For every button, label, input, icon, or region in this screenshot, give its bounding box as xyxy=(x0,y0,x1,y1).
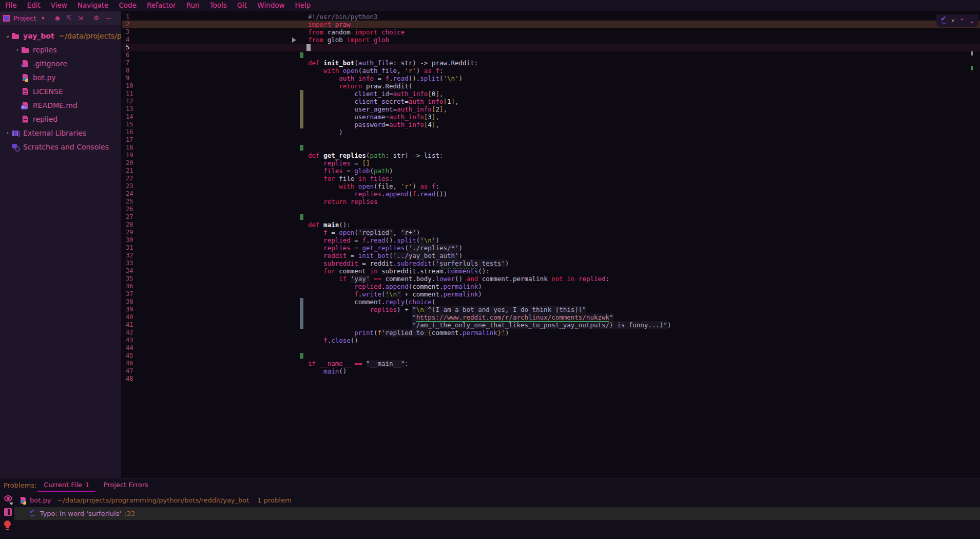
code-line[interactable]: 4from glob import glob xyxy=(122,36,980,44)
vcs-change-marker[interactable] xyxy=(300,105,303,113)
code-line[interactable]: 37 f.write('\n' + comment.permalink) xyxy=(122,290,980,298)
code-line[interactable]: 17 xyxy=(122,136,980,144)
code-line[interactable]: 23 with open(file, 'r') as f: xyxy=(122,182,980,190)
typo-check-icon[interactable]: ✔〰 xyxy=(940,16,947,26)
prev-problem-icon[interactable]: ⌃ xyxy=(959,17,965,25)
tree-item-replies[interactable]: ›replies xyxy=(0,43,121,57)
menu-git[interactable]: Git xyxy=(232,0,253,11)
menu-tools[interactable]: Tools xyxy=(205,0,232,11)
menu-run[interactable]: Run xyxy=(181,0,205,11)
code-line[interactable]: 48 xyxy=(122,375,980,383)
next-problem-icon[interactable]: ⌄ xyxy=(969,17,974,25)
scrollbar-mark[interactable] xyxy=(971,51,973,55)
code-line[interactable]: 13 user_agent=auth_info[2], xyxy=(122,105,980,113)
gutter-arrow-icon[interactable] xyxy=(292,38,296,43)
code-line[interactable]: 36 replied.append(comment.permalink) xyxy=(122,283,980,290)
code-line[interactable]: 45 xyxy=(122,352,980,360)
code-line[interactable]: 29 f = open('replied', 'r+') xyxy=(122,229,980,236)
vcs-change-marker[interactable] xyxy=(300,52,303,58)
code-line[interactable]: 38 comment.reply(choice( xyxy=(122,298,980,306)
code-line[interactable]: 32 reddit = init_bot('../yay_bot_auth') xyxy=(122,252,980,259)
vcs-change-marker[interactable] xyxy=(300,321,303,329)
chevron-down-icon[interactable]: ⌄ xyxy=(4,32,11,39)
problems-file-row[interactable]: bot.py ~/data/projects/programming/pytho… xyxy=(0,494,980,507)
expand-all-icon[interactable]: ⇱ xyxy=(66,14,71,22)
chevron-right-icon[interactable]: › xyxy=(14,46,21,53)
code-line[interactable]: 44 xyxy=(122,344,980,352)
locate-icon[interactable]: ◉ xyxy=(55,14,60,22)
tree-item--gitignore[interactable]: .gitignore xyxy=(0,57,121,70)
menu-window[interactable]: Window xyxy=(252,0,290,11)
tab-project-errors[interactable]: Project Errors xyxy=(97,478,156,492)
tree-item-scratches-and-consoles[interactable]: Scratches and Consoles xyxy=(0,140,121,154)
code-line[interactable]: 19def get_replies(path: str) -> list: xyxy=(122,152,980,159)
vcs-change-marker[interactable] xyxy=(300,298,303,306)
code-editor[interactable]: 1#!/usr/bin/python32import praw3from ran… xyxy=(122,11,980,478)
code-line[interactable]: 10 return praw.Reddit( xyxy=(122,82,980,90)
vcs-change-marker[interactable] xyxy=(300,313,303,321)
code-line[interactable]: 34 for comment in subreddit.stream.comme… xyxy=(122,267,980,275)
code-line[interactable]: 42 print(f'replied to {comment.permalink… xyxy=(122,329,980,337)
code-line[interactable]: 8 with open(auth_file, 'r') as f: xyxy=(122,67,980,75)
tree-item-readme-md[interactable]: README.md xyxy=(0,98,121,112)
code-line[interactable]: 16 ) xyxy=(122,128,980,136)
project-tool-window-icon[interactable] xyxy=(3,15,10,22)
code-line[interactable]: 30 replied = f.read().split('\n') xyxy=(122,236,980,244)
menu-view[interactable]: View xyxy=(46,0,72,11)
code-line[interactable]: 47 main() xyxy=(122,367,980,375)
collapse-all-icon[interactable]: ⇲ xyxy=(78,14,83,22)
code-line[interactable]: 11 client_id=auth_info[0], xyxy=(122,90,980,98)
vcs-change-marker[interactable] xyxy=(300,90,303,98)
menu-code[interactable]: Code xyxy=(113,0,142,11)
settings-icon[interactable]: ⚙ xyxy=(93,14,99,22)
dropdown-arrow-icon[interactable]: ▾ xyxy=(41,14,44,22)
code-line[interactable]: 41 "/am_i_the_only_one_that_likes_to_pos… xyxy=(122,321,980,329)
code-line[interactable]: 3from random import choice xyxy=(122,28,980,36)
vcs-change-marker[interactable] xyxy=(300,145,303,151)
code-line[interactable]: 27 xyxy=(122,213,980,221)
lightbulb-icon[interactable] xyxy=(4,521,11,527)
code-line[interactable]: 2import praw xyxy=(122,21,980,28)
code-line[interactable]: 31 replies = get_replies('./replies/*') xyxy=(122,244,980,252)
code-line[interactable]: 33 subreddit = reddit.subreddit('surferl… xyxy=(122,259,980,267)
vcs-change-marker[interactable] xyxy=(300,98,303,105)
code-line[interactable]: 5 xyxy=(122,44,980,51)
menu-navigate[interactable]: Navigate xyxy=(72,0,114,11)
vcs-change-marker[interactable] xyxy=(300,306,303,313)
code-line[interactable]: 26 xyxy=(122,206,980,213)
tree-item-replied[interactable]: replied xyxy=(0,112,121,126)
preview-panel-icon[interactable] xyxy=(4,508,12,516)
tree-item-bot-py[interactable]: bot.py xyxy=(0,70,121,84)
quickfix-icon[interactable]: ⚡ xyxy=(951,18,955,24)
chevron-right-icon[interactable]: › xyxy=(4,129,11,136)
code-line[interactable]: 6 xyxy=(122,51,980,59)
scrollbar-mark[interactable] xyxy=(971,66,973,70)
code-line[interactable]: 15 password=auth_info[4], xyxy=(122,121,980,128)
code-line[interactable]: 22 for file in files: xyxy=(122,175,980,182)
vcs-change-marker[interactable] xyxy=(300,353,303,359)
tree-item-yay-bot[interactable]: ⌄yay_bot~/data/projects/progr xyxy=(0,29,121,43)
menu-file[interactable]: File xyxy=(0,0,22,11)
code-line[interactable]: 43 f.close() xyxy=(122,337,980,344)
code-line[interactable]: 14 username=auth_info[3], xyxy=(122,113,980,121)
tree-item-external-libraries[interactable]: ›External Libraries xyxy=(0,126,121,140)
problems-issue-row[interactable]: ✔〰 Typo: In word 'surferluls' :33 xyxy=(14,507,980,520)
vcs-change-marker[interactable] xyxy=(300,121,303,128)
menu-edit[interactable]: Edit xyxy=(22,0,46,11)
menu-help[interactable]: Help xyxy=(290,0,316,11)
vcs-change-marker[interactable] xyxy=(300,214,303,220)
vcs-change-marker[interactable] xyxy=(300,113,303,121)
code-line[interactable]: 21 files = glob(path) xyxy=(122,167,980,175)
code-line[interactable]: 24 replies.append(f.read()) xyxy=(122,190,980,198)
code-line[interactable]: 9 auth_info = f.read().split('\n') xyxy=(122,75,980,82)
code-line[interactable]: 40 "https://www.reddit.com/r/archlinux/c… xyxy=(122,313,980,321)
code-line[interactable]: 46if __name__ == "__main__": xyxy=(122,360,980,367)
hide-panel-icon[interactable]: — xyxy=(105,14,111,22)
code-line[interactable]: 25 return replies xyxy=(122,198,980,206)
code-line[interactable]: 39 replies) + "\n ^(I am a bot and yes, … xyxy=(122,306,980,313)
tab-current-file[interactable]: Current File1 xyxy=(36,478,96,492)
code-line[interactable]: 1#!/usr/bin/python3 xyxy=(122,13,980,21)
code-line[interactable]: 28def main(): xyxy=(122,221,980,229)
code-line[interactable]: 20 replies = [] xyxy=(122,159,980,167)
code-line[interactable]: 18 xyxy=(122,144,980,152)
